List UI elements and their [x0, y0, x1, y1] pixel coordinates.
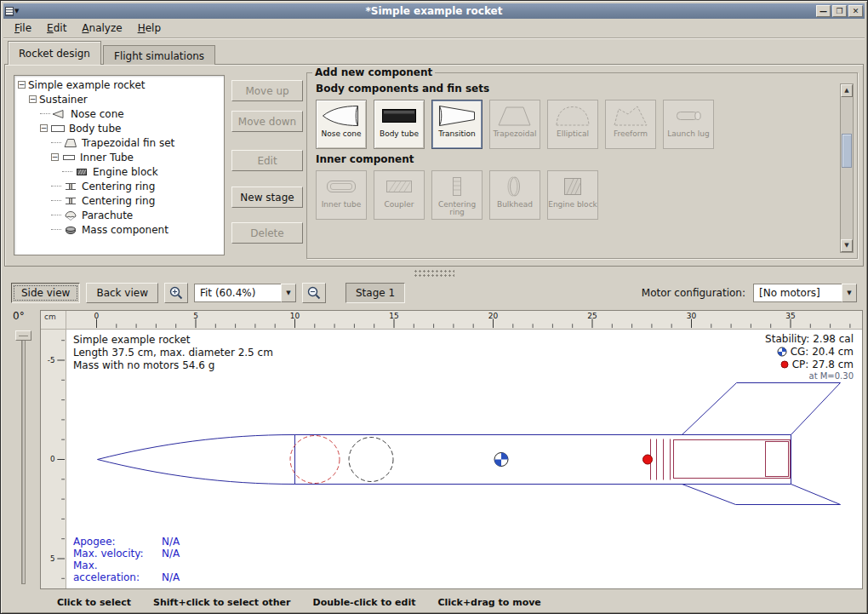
add-bulkhead-button: Bulkhead — [489, 170, 540, 220]
nose-cone-shape[interactable] — [98, 435, 295, 485]
tree-connector — [40, 113, 50, 114]
zoom-in-button[interactable] — [164, 283, 188, 303]
add-component-group: Add new component Body components and fi… — [306, 66, 858, 259]
tab-flight-simulations[interactable]: Flight simulations — [103, 45, 215, 65]
fin-bottom-shape[interactable] — [682, 485, 841, 505]
scroll-up-icon[interactable]: ▲ — [841, 84, 853, 97]
view-toolbar: Side view Back view Fit (60.4%) ▼ Stage … — [4, 279, 864, 307]
zoom-out-button[interactable] — [302, 283, 326, 303]
mass-component-dashed-outline[interactable] — [349, 438, 393, 482]
motor-configuration-combo[interactable]: [No motors] ▼ — [753, 284, 857, 302]
parachute-dashed-outline[interactable] — [290, 436, 340, 484]
scroll-thumb[interactable] — [842, 134, 852, 168]
component-sections: Body components and fin setsNose coneBod… — [309, 83, 857, 220]
flight-row-max-velocity: Max. velocity:N/A — [73, 548, 180, 559]
tab-rocket-design[interactable]: Rocket design — [8, 41, 101, 65]
launch-lug-icon — [669, 103, 708, 129]
expander-minus-icon[interactable]: − — [51, 153, 59, 161]
splitter-handle[interactable] — [4, 267, 864, 279]
zoom-in-icon — [168, 285, 184, 301]
tree-item-mass-component[interactable]: Mass component — [14, 222, 224, 237]
tree-item-body-tube[interactable]: −Body tube — [14, 121, 224, 135]
tree-item-parachute[interactable]: Parachute — [14, 208, 224, 222]
tree-connector — [51, 215, 61, 215]
window-icon — [5, 7, 14, 16]
tree-item-sustainer[interactable]: −Sustainer — [14, 92, 224, 106]
svg-text:30: 30 — [687, 312, 696, 320]
motor-configuration-value: [No motors] — [753, 284, 842, 302]
tree-item-inner-tube[interactable]: −Inner Tube — [14, 150, 224, 164]
tree-connector — [51, 229, 61, 230]
stage-1-toggle[interactable]: Stage 1 — [345, 283, 405, 303]
expander-minus-icon[interactable]: − — [40, 124, 48, 132]
fin-top-shape[interactable] — [682, 383, 841, 435]
system-menu-icon[interactable]: ▼ — [5, 5, 20, 17]
menu-help[interactable]: Help — [130, 19, 168, 37]
rotation-slider-thumb[interactable] — [15, 330, 31, 341]
component-scrollbar[interactable]: ▲ ▼ — [840, 83, 854, 253]
zoom-combo[interactable]: Fit (60.4%) ▼ — [194, 284, 296, 302]
menu-file[interactable]: File — [7, 19, 39, 37]
status-hint: Click to select — [57, 597, 131, 608]
nose-cone-icon — [322, 103, 361, 129]
tree-item-engine-block[interactable]: Engine block — [14, 164, 224, 179]
cp-marker — [643, 455, 653, 464]
move-down-button: Move down — [231, 111, 303, 132]
zoom-combo-arrow[interactable]: ▼ — [281, 284, 296, 302]
svg-text:35: 35 — [785, 312, 795, 320]
chevron-down-icon: ▼ — [286, 290, 290, 296]
cg-marker — [494, 453, 508, 467]
design-panel: −Simple example rocket−SustainerNose con… — [4, 64, 864, 267]
inner-tube-icon — [322, 174, 361, 199]
add-elliptical-button: Elliptical — [547, 100, 598, 149]
tree-item-trapezoidal-fin-set[interactable]: Trapezoidal fin set — [14, 135, 224, 150]
add-freeform-button: Freeform — [605, 100, 656, 149]
body-tube-shape[interactable] — [295, 435, 791, 485]
minimize-button[interactable]: — — [816, 5, 831, 17]
engine-block-shape — [766, 442, 789, 477]
tree-item-nose-cone[interactable]: Nose cone — [14, 106, 224, 121]
move-up-button: Move up — [231, 80, 303, 101]
scroll-down-icon[interactable]: ▼ — [841, 239, 853, 252]
add-transition-button[interactable]: Transition — [431, 100, 483, 149]
expander-minus-icon[interactable]: − — [29, 95, 37, 103]
inner-tube-shape — [674, 440, 791, 479]
titlebar[interactable]: ▼ *Simple example rocket — ❐ ✕ — [3, 3, 865, 19]
close-button[interactable]: ✕ — [848, 5, 863, 17]
tree-connector — [51, 200, 61, 201]
back-view-button[interactable]: Back view — [86, 283, 158, 303]
add-body-tube-button[interactable]: Body tube — [374, 100, 425, 149]
new-stage-button[interactable]: New stage — [231, 186, 303, 208]
zoom-value: Fit (60.4%) — [194, 284, 281, 302]
rotation-control: 0° — [6, 310, 38, 589]
maximize-button[interactable]: ❐ — [832, 5, 847, 17]
horizontal-ruler: 05101520253035 — [66, 311, 862, 330]
menubar: FileEditAnalyzeHelp — [3, 19, 865, 38]
side-view-button[interactable]: Side view — [11, 283, 80, 303]
rocket-name: Simple example rocket — [73, 334, 273, 347]
coupler-icon — [380, 174, 419, 199]
motor-combo-arrow[interactable]: ▼ — [842, 284, 857, 302]
rocket-dimensions: Length 37.5 cm, max. diameter 2.5 cm — [73, 347, 273, 359]
rotation-slider-track[interactable] — [21, 333, 26, 584]
tree-item-centering-ring[interactable]: Centering ring — [14, 179, 224, 193]
edit-button: Edit — [231, 150, 303, 171]
add-nose-cone-button[interactable]: Nose cone — [316, 100, 367, 149]
expander-minus-icon[interactable]: − — [18, 81, 26, 89]
svg-text:25: 25 — [587, 312, 597, 320]
tree-item-simple-example-rocket[interactable]: −Simple example rocket — [14, 77, 224, 92]
body-tube-icon — [50, 123, 66, 134]
svg-text:0: 0 — [94, 312, 100, 320]
flight-row-max-acceleration: Max. acceleration:N/A — [73, 559, 180, 583]
menu-analyze[interactable]: Analyze — [74, 19, 129, 37]
centering-ring-icon — [63, 181, 78, 192]
motor-mount-group[interactable] — [651, 439, 791, 480]
svg-text:0: 0 — [50, 455, 55, 463]
tree-item-centering-ring[interactable]: Centering ring — [14, 193, 224, 208]
vertical-ruler: -505 — [41, 330, 66, 588]
rocket-mass: Mass with no motors 54.6 g — [73, 359, 273, 372]
centering-ring-icon — [63, 196, 78, 206]
cg-value: CG: 20.4 cm — [791, 346, 854, 358]
menu-edit[interactable]: Edit — [39, 19, 74, 37]
transition-icon — [437, 103, 477, 129]
